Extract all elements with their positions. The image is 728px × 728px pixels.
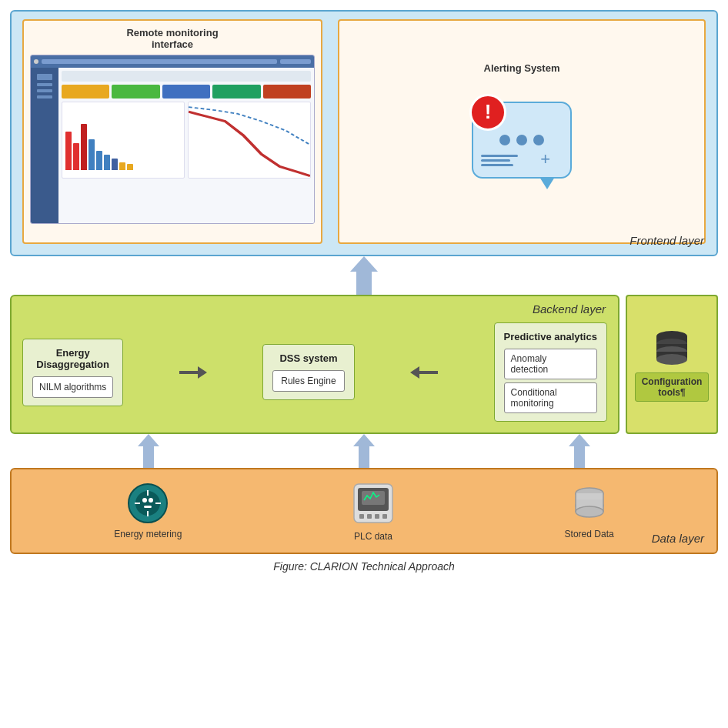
mini-line-chart (188, 102, 311, 179)
mini-dashboard (30, 55, 315, 224)
frontend-backend-arrow-container (10, 256, 718, 295)
diagram-container: Remote monitoring interface (10, 10, 718, 718)
data-backend-arrows (10, 434, 718, 468)
backend-label: Backend layer (533, 302, 606, 316)
energy-disaggregation-title: Energy Disaggregation (32, 347, 113, 370)
dot-circle-3 (533, 135, 544, 145)
dss-box: DSS system Rules Engine (262, 344, 355, 400)
stored-data-label: Stored Data (565, 529, 614, 539)
dot-circle-1 (499, 135, 510, 145)
frontend-label: Frontend layer (629, 234, 704, 247)
remote-monitoring-title: Remote monitoring interface (30, 27, 315, 50)
nilm-box: NILM algorithms (32, 376, 113, 398)
backend-inner: Energy Disaggregation NILM algorithms DS… (22, 322, 607, 422)
svg-point-6 (656, 354, 687, 365)
rules-engine-box: Rules Engine (272, 370, 345, 392)
mini-topbar (31, 55, 314, 68)
energy-disaggregation-box: Energy Disaggregation NILM algorithms (22, 339, 123, 406)
plus-sign: + (540, 149, 550, 169)
data-inner: Energy metering HMI PLC data (22, 477, 706, 545)
frontend-backend-arrow (350, 256, 378, 295)
svg-rect-22 (382, 514, 387, 519)
data-backend-arrow-3 (569, 434, 590, 468)
data-layer-label: Data layer (652, 532, 704, 545)
energy-to-dss-arrow (179, 366, 207, 379)
alert-warning-icon: ! (469, 94, 506, 131)
topbar-dot (34, 59, 38, 64)
anomaly-box: Anomaly detection (504, 349, 597, 379)
dss-title: DSS system (272, 352, 345, 364)
svg-rect-20 (367, 514, 372, 519)
predictive-to-dss-arrow-container (410, 366, 438, 379)
plc-data-label: PLC data (354, 531, 392, 542)
svg-point-10 (149, 498, 153, 503)
data-backend-arrow-2 (353, 434, 375, 468)
alerting-title: Alerting System (484, 62, 560, 74)
figure-caption: Figure: CLARION Technical Approach (10, 560, 718, 573)
energy-to-dss-arrow-container (179, 366, 207, 379)
predictive-to-dss-arrow (410, 366, 438, 379)
plc-data-item: HMI PLC data (350, 480, 396, 542)
dot-circle-2 (516, 135, 527, 145)
dots-row (499, 135, 544, 145)
backend-row: Backend layer Energy Disaggregation NILM… (10, 295, 718, 434)
data-layer: Energy metering HMI PLC data (10, 468, 718, 554)
mini-content (58, 68, 314, 223)
energy-metering-icon (127, 483, 169, 524)
svg-point-9 (142, 498, 147, 503)
predictive-title: Predictive analytics (504, 331, 597, 342)
frontend-layer: Remote monitoring interface (10, 10, 718, 256)
database-icon (653, 328, 691, 366)
predictive-box: Predictive analytics Anomaly detection C… (494, 322, 607, 422)
config-box: Configuration tools¶ (626, 295, 718, 434)
energy-metering-item: Energy metering (114, 483, 182, 539)
stored-data-item: Stored Data (565, 483, 614, 539)
mini-bar-chart (62, 102, 185, 179)
mini-sidebar (31, 68, 58, 223)
remote-monitoring-box: Remote monitoring interface (22, 19, 322, 244)
data-backend-arrow-1 (138, 434, 159, 468)
stored-data-icon (569, 483, 610, 524)
text-lines-icon (481, 155, 518, 166)
config-label: Configuration tools¶ (635, 372, 709, 402)
conditional-box: Conditional monitoring (504, 382, 597, 413)
plc-data-icon: HMI (350, 480, 396, 526)
energy-metering-label: Energy metering (114, 529, 182, 539)
svg-rect-19 (359, 514, 364, 519)
backend-layer: Backend layer Energy Disaggregation NILM… (10, 295, 619, 434)
svg-rect-11 (144, 506, 152, 508)
alert-icon-container: + ! (460, 78, 583, 202)
svg-rect-21 (375, 514, 379, 519)
svg-point-28 (576, 506, 603, 517)
alerting-box: Alerting System + (338, 19, 706, 244)
